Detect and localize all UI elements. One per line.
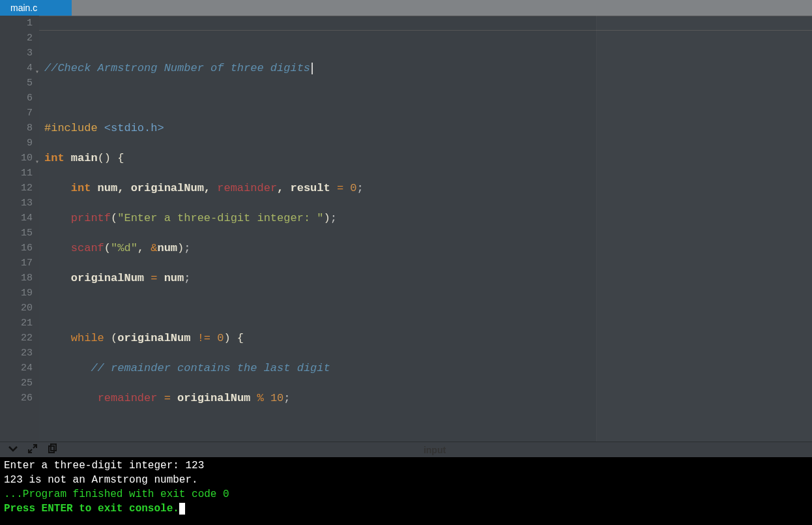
tab-main-c[interactable]: main.c bbox=[0, 0, 72, 16]
line-number: 13 bbox=[0, 196, 33, 211]
active-line-highlight bbox=[39, 16, 812, 31]
line-number: 10▾ bbox=[0, 151, 33, 166]
line-number: 26 bbox=[0, 391, 33, 406]
line-number: 1 bbox=[0, 16, 33, 31]
code-line: //Check Armstrong Number of three digits bbox=[44, 61, 812, 76]
code-line: int main() { bbox=[44, 151, 812, 166]
console-input-label: input bbox=[57, 445, 812, 455]
console-line: Enter a three-digit integer: 123 bbox=[4, 458, 808, 473]
line-number: 12 bbox=[0, 181, 33, 196]
text-cursor bbox=[312, 63, 313, 74]
code-line: int num, originalNum, remainder, result … bbox=[44, 181, 812, 196]
code-line: originalNum = num; bbox=[44, 271, 812, 286]
line-number: 7 bbox=[0, 106, 33, 121]
line-number: 25 bbox=[0, 376, 33, 391]
line-number: 3 bbox=[0, 46, 33, 61]
line-number: 4▾ bbox=[0, 61, 33, 76]
code-line: while (originalNum != 0) { bbox=[44, 331, 812, 346]
line-number: 18 bbox=[0, 271, 33, 286]
code-line: remainder = originalNum % 10; bbox=[44, 391, 812, 406]
editor-area: 1 2 3 4▾ 5 6 7 8 9 10▾ 11 12 13 14 15 16… bbox=[0, 16, 812, 442]
copy-icon[interactable] bbox=[47, 443, 57, 457]
chevron-down-icon[interactable] bbox=[8, 443, 18, 457]
console-line: ...Program finished with exit code 0 bbox=[4, 487, 808, 502]
code-line bbox=[44, 301, 812, 316]
line-number: 8 bbox=[0, 121, 33, 136]
line-number: 17 bbox=[0, 256, 33, 271]
line-number: 14 bbox=[0, 211, 33, 226]
line-number: 16 bbox=[0, 241, 33, 256]
line-number: 22 bbox=[0, 331, 33, 346]
code-editor[interactable]: //Check Armstrong Number of three digits… bbox=[39, 16, 812, 442]
code-line bbox=[44, 421, 812, 436]
line-number: 11 bbox=[0, 166, 33, 181]
print-margin bbox=[596, 16, 812, 442]
tab-bar: main.c bbox=[0, 0, 812, 16]
tab-label: main.c bbox=[10, 3, 37, 13]
expand-icon[interactable] bbox=[27, 443, 38, 457]
console-cursor bbox=[179, 503, 185, 515]
line-number: 19 bbox=[0, 286, 33, 301]
console-toolbar: input bbox=[0, 442, 812, 457]
line-number: 15 bbox=[0, 226, 33, 241]
code-line: printf("Enter a three-digit integer: "); bbox=[44, 211, 812, 226]
console-line: Press ENTER to exit console. bbox=[4, 502, 808, 516]
line-number: 24 bbox=[0, 361, 33, 376]
line-number: 9 bbox=[0, 136, 33, 151]
console-output[interactable]: Enter a three-digit integer: 123 123 is … bbox=[0, 457, 812, 525]
line-number: 5 bbox=[0, 76, 33, 91]
line-gutter: 1 2 3 4▾ 5 6 7 8 9 10▾ 11 12 13 14 15 16… bbox=[0, 16, 39, 442]
line-number: 6 bbox=[0, 91, 33, 106]
code-line: scanf("%d", &num); bbox=[44, 241, 812, 256]
code-line: // remainder contains the last digit bbox=[44, 361, 812, 376]
line-number: 23 bbox=[0, 346, 33, 361]
line-number: 20 bbox=[0, 301, 33, 316]
code-line: #include <stdio.h> bbox=[44, 121, 812, 136]
line-number: 21 bbox=[0, 316, 33, 331]
console-line: 123 is not an Armstrong number. bbox=[4, 473, 808, 487]
line-number: 2 bbox=[0, 31, 33, 46]
code-line bbox=[44, 91, 812, 106]
